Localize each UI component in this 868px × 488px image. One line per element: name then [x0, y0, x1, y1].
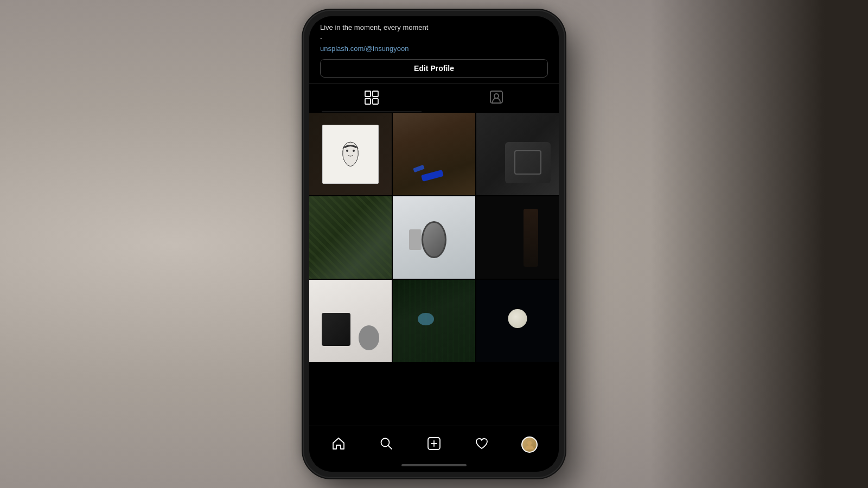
bio-dash: - [320, 34, 548, 43]
svg-point-9 [381, 439, 390, 447]
nav-home[interactable] [327, 433, 350, 457]
plus-square-icon [427, 436, 441, 453]
bio-section: Live in the moment, every moment - unspl… [309, 16, 559, 83]
phone-wrapper: Live in the moment, every moment - unspl… [304, 11, 564, 477]
photo-cell-4[interactable] [309, 196, 392, 279]
search-icon [379, 436, 393, 453]
heart-icon [475, 436, 489, 453]
moon [508, 309, 527, 328]
bio-url: unsplash.com/@insungyoon [320, 44, 548, 53]
svg-point-8 [353, 150, 355, 152]
grid-icon [365, 91, 379, 107]
tab-grid[interactable] [309, 91, 434, 112]
svg-rect-0 [365, 91, 371, 97]
photo-cell-8[interactable] [393, 280, 475, 362]
tagged-icon [489, 90, 503, 107]
home-bar [309, 461, 559, 472]
edit-profile-button[interactable]: Edit Profile [320, 59, 548, 78]
svg-rect-2 [365, 99, 371, 104]
profile-avatar [521, 436, 538, 453]
svg-point-5 [494, 94, 499, 98]
photo-grid-section [309, 113, 559, 426]
tabs-row [309, 83, 559, 113]
photo-cell-6[interactable] [476, 196, 559, 279]
photo-grid [309, 113, 559, 362]
nav-search[interactable] [374, 433, 398, 457]
photo-cell-7[interactable] [309, 280, 392, 362]
photo-cell-5[interactable] [393, 196, 475, 279]
home-icon [331, 436, 346, 453]
svg-point-7 [346, 150, 348, 152]
svg-rect-1 [373, 91, 378, 97]
tab-tagged[interactable] [434, 90, 559, 113]
bottom-nav [309, 426, 559, 461]
home-bar-indicator [401, 464, 467, 466]
phone-device: Live in the moment, every moment - unspl… [304, 11, 564, 477]
photo-cell-9[interactable] [476, 280, 559, 362]
photo-cell-2[interactable] [393, 113, 475, 195]
nav-profile[interactable] [518, 433, 541, 457]
bio-text-line1: Live in the moment, every moment [320, 23, 548, 33]
photo-cell-3[interactable] [476, 113, 559, 195]
nav-add-post[interactable] [422, 433, 446, 457]
photo-cell-1[interactable] [309, 113, 392, 195]
nav-activity[interactable] [470, 433, 494, 457]
phone-screen: Live in the moment, every moment - unspl… [309, 16, 559, 472]
svg-point-11 [527, 441, 532, 445]
svg-rect-3 [373, 99, 378, 104]
